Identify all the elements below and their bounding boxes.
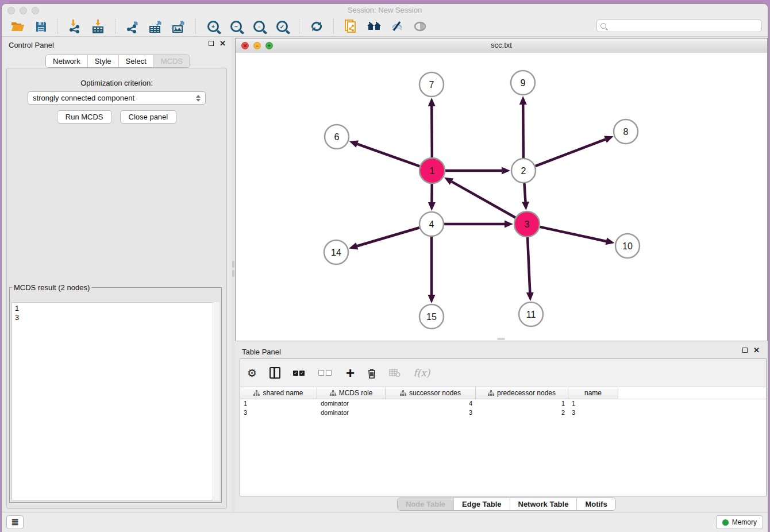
- graph-node-9[interactable]: 9: [511, 71, 535, 95]
- import-table-icon[interactable]: [90, 18, 107, 34]
- table-row[interactable]: 3dominator323: [240, 408, 766, 418]
- export-network-icon[interactable]: [124, 18, 141, 34]
- list-icon: ≣: [11, 518, 18, 527]
- close-panel-icon[interactable]: ✕: [220, 41, 226, 46]
- control-panel-tabs: Network Style Select MCDS: [45, 55, 190, 68]
- tab-style[interactable]: Style: [88, 55, 119, 67]
- graph-node-6[interactable]: 6: [325, 125, 349, 149]
- table-cell[interactable]: 1: [476, 399, 568, 408]
- main-titlebar: Session: New Session: [2, 4, 768, 17]
- table-cell[interactable]: dominator: [317, 399, 386, 408]
- graph-node-1[interactable]: 1: [419, 158, 445, 183]
- graph-edge-3-10[interactable]: [540, 227, 606, 241]
- table-cell[interactable]: dominator: [317, 408, 386, 418]
- clone-network-icon[interactable]: [342, 18, 360, 34]
- table-cell[interactable]: 3: [386, 408, 476, 418]
- run-mcds-button[interactable]: Run MCDS: [57, 110, 112, 124]
- result-scrollbar[interactable]: [213, 302, 220, 500]
- tab-edge-table[interactable]: Edge Table: [454, 498, 510, 510]
- table-box: ⚙ ✓✓ + f(x): [240, 358, 767, 496]
- graph-edge-2-8[interactable]: [536, 140, 606, 167]
- tab-select[interactable]: Select: [119, 55, 154, 67]
- graph-node-8[interactable]: 8: [614, 119, 638, 144]
- optimization-criterion-select[interactable]: strongly connected component: [28, 91, 206, 105]
- control-panel-title: Control Panel: [9, 41, 54, 49]
- close-table-panel-icon[interactable]: ✕: [753, 348, 760, 353]
- tab-network[interactable]: Network: [46, 55, 88, 67]
- close-panel-button[interactable]: Close panel: [120, 110, 177, 124]
- arrowhead-icon: [428, 98, 436, 106]
- graph-node-4[interactable]: 4: [419, 212, 444, 236]
- graph-node-10[interactable]: 10: [615, 234, 640, 258]
- task-history-button[interactable]: ≣: [6, 515, 24, 529]
- window-title: Session: New Session: [2, 6, 768, 14]
- main-toolbar: + − ▫ ✓: [2, 17, 768, 37]
- arrowhead-icon: [505, 221, 513, 228]
- zoom-fit-icon[interactable]: ▫: [251, 18, 268, 34]
- float-table-panel-icon[interactable]: [742, 348, 748, 353]
- column-name[interactable]: name: [568, 387, 618, 399]
- table-cell[interactable]: 3: [568, 408, 618, 418]
- save-session-icon[interactable]: [32, 18, 49, 34]
- column-predecessor-nodes[interactable]: predecessor nodes: [476, 387, 568, 399]
- chevron-up-down-icon: [196, 95, 201, 102]
- float-panel-icon[interactable]: [209, 41, 214, 46]
- delete-table-icon[interactable]: [389, 368, 401, 377]
- table-body: 1dominator4113dominator323: [240, 399, 766, 418]
- deselect-all-icon[interactable]: [318, 370, 333, 376]
- column-mcds-role[interactable]: MCDS role: [317, 387, 386, 399]
- table-cell[interactable]: 2: [476, 408, 568, 418]
- memory-button[interactable]: Memory: [716, 515, 763, 529]
- add-row-icon[interactable]: +: [346, 367, 355, 379]
- splitter-grip[interactable]: [232, 261, 234, 268]
- arrowhead-icon: [526, 292, 534, 301]
- column-shared-name[interactable]: shared name: [240, 387, 317, 399]
- network-canvas[interactable]: 7968124314101511: [236, 53, 767, 341]
- refresh-layout-icon[interactable]: [308, 18, 325, 34]
- graph-node-7[interactable]: 7: [419, 72, 444, 97]
- graph-edge-1-6[interactable]: [357, 144, 420, 167]
- select-all-icon[interactable]: ✓✓: [293, 371, 306, 376]
- home-networks-icon[interactable]: [365, 18, 383, 34]
- column-manager-icon[interactable]: [270, 367, 280, 379]
- network-title: scc.txt: [236, 41, 767, 49]
- table-cell[interactable]: 1: [568, 399, 618, 408]
- table-cell[interactable]: 4: [386, 399, 476, 408]
- graph-edge-4-14[interactable]: [357, 228, 419, 246]
- graph-node-11[interactable]: 11: [519, 302, 543, 326]
- zoom-selected-icon[interactable]: ✓: [274, 18, 291, 34]
- export-image-icon[interactable]: [170, 18, 187, 34]
- zoom-in-icon[interactable]: +: [205, 18, 222, 34]
- splitter-grip[interactable]: [232, 270, 234, 277]
- tab-node-table[interactable]: Node Table: [398, 498, 454, 510]
- graph-node-15[interactable]: 15: [419, 304, 444, 329]
- show-hidden-icon[interactable]: [411, 18, 429, 34]
- tab-network-table[interactable]: Network Table: [510, 498, 578, 510]
- tab-motifs[interactable]: Motifs: [577, 498, 615, 510]
- canvas-grip[interactable]: [497, 338, 505, 340]
- tab-mcds[interactable]: MCDS: [154, 55, 190, 67]
- hide-selected-icon[interactable]: [388, 18, 406, 34]
- zoom-out-icon[interactable]: −: [228, 18, 245, 34]
- import-network-icon[interactable]: [67, 18, 84, 34]
- graph-node-3[interactable]: 3: [514, 211, 540, 237]
- table-cell[interactable]: 1: [240, 399, 317, 408]
- open-session-icon[interactable]: [9, 18, 26, 34]
- settings-gear-icon[interactable]: ⚙: [247, 368, 257, 379]
- table-row[interactable]: 1dominator411: [240, 399, 766, 408]
- delete-row-icon[interactable]: [367, 368, 376, 379]
- graph-node-2[interactable]: 2: [511, 159, 536, 183]
- mcds-result-text[interactable]: 1 3: [11, 302, 220, 500]
- node-table: shared name MCDS role successor nodes: [240, 387, 766, 496]
- graph-node-14[interactable]: 14: [324, 240, 348, 264]
- search-input[interactable]: [609, 21, 758, 30]
- graph-edge-3-1[interactable]: [452, 182, 515, 218]
- graph-edge-2-3[interactable]: [524, 183, 525, 202]
- graph-edge-2-9[interactable]: [523, 105, 523, 158]
- export-table-icon[interactable]: [147, 18, 164, 34]
- table-cell[interactable]: 3: [240, 408, 317, 418]
- function-builder-icon[interactable]: f(x): [413, 367, 430, 379]
- graph-edge-3-11[interactable]: [528, 237, 530, 292]
- graph-edge-1-7[interactable]: [432, 106, 432, 157]
- column-successor-nodes[interactable]: successor nodes: [386, 387, 476, 399]
